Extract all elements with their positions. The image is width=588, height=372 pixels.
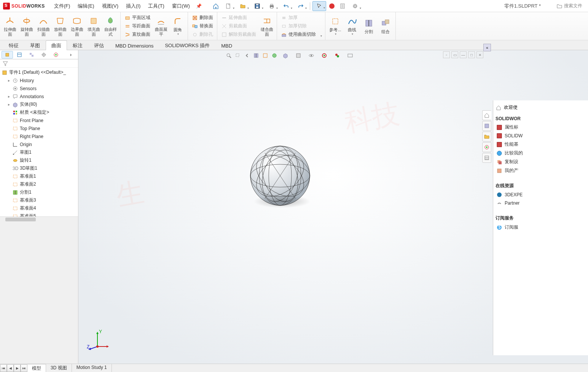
taskpane-appearances-tab[interactable] [482, 153, 491, 163]
display-manager-tab[interactable] [50, 51, 62, 59]
tree-right-plane[interactable]: Right Plane [0, 132, 78, 140]
section-view-button[interactable] [252, 51, 260, 60]
taskpane-partner[interactable]: Partner [496, 199, 586, 207]
tree-item[interactable]: 基准面4 [0, 204, 78, 212]
dynamic-annotation-button[interactable] [261, 51, 269, 60]
taskpane-home-tab[interactable] [482, 110, 491, 120]
taskpane-file-explorer-tab[interactable] [482, 132, 491, 141]
taskpane-design-library-tab[interactable] [482, 121, 491, 131]
feature-tree-tab[interactable] [2, 51, 13, 59]
tile-button[interactable]: ▭ [451, 51, 458, 58]
configuration-manager-tab[interactable] [26, 51, 37, 59]
knit-surface-button[interactable]: 缝合曲面 [258, 13, 275, 39]
taskpane-welcome[interactable]: 欢迎使 [496, 103, 586, 114]
tree-top-plane[interactable]: Top Plane [0, 124, 78, 132]
tree-item[interactable]: 旋转1 [0, 156, 78, 164]
print-button[interactable] [265, 1, 279, 11]
cmdtab-标注[interactable]: 标注 [67, 40, 88, 51]
model-sphere[interactable] [246, 141, 314, 211]
maximize-button[interactable]: □ [468, 51, 475, 58]
ruled-surface-button[interactable]: 直纹曲面 [122, 30, 153, 39]
cmdtab-SOLIDWORKS 插件[interactable]: SOLIDWORKS 插件 [159, 40, 215, 51]
taskpane-sw-addin[interactable]: SOLIDW [496, 132, 586, 140]
taskpane-copy-settings[interactable]: 复制设 [496, 157, 586, 166]
delete-face-button[interactable]: 删除面 [190, 14, 215, 22]
edit-appearance-dd-button[interactable] [331, 51, 343, 60]
offset-surface-button[interactable]: 等距曲面 [122, 22, 153, 30]
tree-history[interactable]: ▸History [0, 76, 78, 84]
tree-origin[interactable]: Origin [0, 140, 78, 148]
tree-item[interactable]: 3D3D草图1 [0, 164, 78, 172]
sweep-surface-button[interactable]: 扫描曲面 [35, 13, 52, 39]
fill-surface-button[interactable]: 填充曲面 [85, 13, 102, 39]
previous-view-button[interactable] [243, 51, 251, 60]
taskpane-view-palette-tab[interactable] [482, 142, 491, 152]
tree-root[interactable]: 零件1 (Default) <<Default>_ [0, 68, 78, 76]
loft-surface-button[interactable]: 放样曲面 [52, 13, 69, 39]
cmdtab-特征[interactable]: 特征 [3, 40, 24, 51]
taskpane-property-tabs[interactable]: 属性标 [496, 123, 586, 132]
taskpane-collapse-button[interactable]: « [483, 44, 491, 51]
display-style-button[interactable] [292, 51, 304, 60]
cmdtab-MBD Dimensions[interactable]: MBD Dimensions [110, 41, 159, 50]
menu-insert[interactable]: 插入(I) [123, 1, 143, 11]
save-button[interactable] [250, 1, 264, 11]
tree-item[interactable]: 基准面3 [0, 196, 78, 204]
view-triad[interactable]: Y Z [86, 329, 109, 352]
cmdtab-草图[interactable]: 草图 [24, 40, 46, 51]
tree-material[interactable]: 材质 <未指定> [0, 108, 78, 116]
tree-sensors[interactable]: Sensors [0, 84, 78, 92]
new-window-button[interactable]: ▫ [443, 51, 450, 58]
nav-last[interactable]: ⏭ [21, 364, 27, 372]
cut-with-surface-button[interactable]: 使用曲面切除 [279, 30, 318, 39]
reference-geometry-button[interactable]: 参考...▾ [327, 13, 344, 39]
curves-button[interactable]: 曲线▾ [344, 13, 360, 39]
menu-file[interactable]: 文件(F) [51, 1, 73, 11]
new-button[interactable] [221, 1, 235, 11]
redo-button[interactable] [294, 1, 308, 11]
taskpane-3dexperience[interactable]: 3DEXPE [496, 191, 586, 199]
hide-show-button[interactable] [305, 51, 317, 60]
replace-face-button[interactable]: 替换面 [190, 22, 215, 30]
zoom-fit-button[interactable] [225, 51, 233, 60]
menu-tools[interactable]: 工具(T) [145, 1, 167, 11]
apply-scene-button[interactable] [318, 51, 330, 60]
select-tool[interactable] [312, 1, 326, 11]
cmdtab-曲面[interactable]: 曲面 [46, 40, 67, 51]
home-button[interactable] [211, 1, 221, 11]
flatten-surface-button[interactable]: 曲面展平 [153, 13, 169, 39]
tree-item[interactable]: 基准面2 [0, 180, 78, 188]
taskpane-subscribe[interactable]: $订阅服 [496, 223, 586, 232]
menu-view[interactable]: 视图(V) [99, 1, 121, 11]
taskpane-compare[interactable]: 比较我的 [496, 149, 586, 157]
taskpane-performance[interactable]: 性能基 [496, 140, 586, 149]
tree-item[interactable]: 分割1 [0, 188, 78, 196]
edit-appearance-button[interactable] [270, 51, 279, 60]
nav-next[interactable]: ▶ [14, 364, 21, 372]
feature-filter[interactable] [0, 59, 78, 68]
tree-annotations[interactable]: ▸Annotations [0, 92, 78, 100]
close-button[interactable]: ✕ [476, 51, 483, 58]
revolve-surface-button[interactable]: 旋转曲面 [18, 13, 35, 39]
planar-surface-button[interactable]: 平面区域 [122, 14, 153, 22]
boundary-surface-button[interactable]: 边界曲面 [69, 13, 85, 39]
pin-icon[interactable]: 📌 [196, 3, 202, 9]
zoom-area-button[interactable] [234, 51, 242, 60]
dimxpert-tab[interactable] [38, 51, 49, 59]
tree-front-plane[interactable]: Front Plane [0, 116, 78, 124]
split-button[interactable]: 分割 [360, 13, 377, 39]
undo-button[interactable] [279, 1, 293, 11]
extrude-surface-button[interactable]: 拉伸曲面 [2, 13, 18, 39]
tree-item[interactable]: 草图1 [0, 148, 78, 156]
nav-prev[interactable]: ◀ [7, 364, 14, 372]
feature-tree-expand-button[interactable]: › [65, 51, 76, 59]
freeform-button[interactable]: 自由样式 [102, 13, 119, 39]
file-properties-button[interactable] [338, 1, 347, 11]
cmdtab-评估[interactable]: 评估 [88, 40, 110, 51]
rebuild-button[interactable] [327, 1, 337, 11]
options-button[interactable] [348, 1, 362, 11]
view-orientation-button[interactable] [279, 51, 292, 60]
bottom-tab-Motion Study 1[interactable]: Motion Study 1 [72, 364, 112, 372]
fillet-button[interactable]: 圆角▾ [169, 13, 186, 39]
search-box[interactable]: 搜索文件 [554, 2, 585, 10]
